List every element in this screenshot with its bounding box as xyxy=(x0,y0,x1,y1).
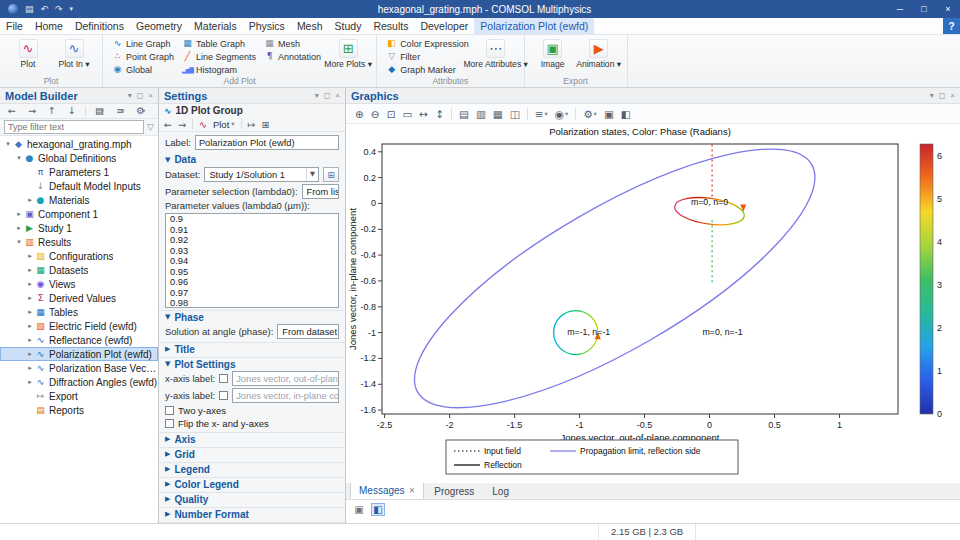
model-tools-icon[interactable]: ⚙▾ xyxy=(133,102,148,120)
solution-angle-select[interactable]: From dataset (0°)▼ xyxy=(277,324,339,339)
section-axis[interactable]: ▶Axis xyxy=(159,432,345,445)
expand-icon[interactable]: ▸ xyxy=(25,294,35,302)
expand-icon[interactable]: ▸ xyxy=(14,224,24,232)
section-title[interactable]: ▶ Title xyxy=(159,342,345,355)
ribbon-histogram-button[interactable]: ▂▅▇Histogram xyxy=(178,63,260,76)
tree-item-views[interactable]: ▸◉Views xyxy=(0,277,158,291)
color-menu-icon[interactable]: ◉▾ xyxy=(552,105,571,123)
tree-item-datasets[interactable]: ▸▦Datasets xyxy=(0,263,158,277)
tab-messages[interactable]: Messages× xyxy=(350,483,424,499)
maximize-button[interactable]: □ xyxy=(912,0,936,18)
menu-file[interactable]: File xyxy=(0,18,29,34)
collapse-icon[interactable]: ▾ xyxy=(3,140,13,148)
expand-icon[interactable]: ▸ xyxy=(25,280,35,288)
zoom-box-icon[interactable]: ▭ xyxy=(399,105,415,123)
expand-icon[interactable]: ▸ xyxy=(25,308,35,316)
tree-item-hexagonal-grating-mph[interactable]: ▾◆hexagonal_grating.mph xyxy=(0,137,158,151)
pan-horizontal-icon[interactable]: ↔ xyxy=(416,105,431,123)
ribbon-mesh-button[interactable]: ▦Mesh xyxy=(260,37,325,50)
ribbon-point-graph-button[interactable]: ∴Point Graph xyxy=(108,50,178,63)
parameter-value-item[interactable]: 0.92 xyxy=(166,235,338,246)
menu-physics[interactable]: Physics xyxy=(243,18,291,34)
tree-item-export[interactable]: ↦Export xyxy=(0,389,158,403)
plot-area[interactable] xyxy=(382,144,898,414)
menu-results[interactable]: Results xyxy=(367,18,414,34)
ribbon-tab-polarization-plot-ewfd[interactable]: Polarization Plot (ewfd) xyxy=(474,18,594,34)
new-window-icon[interactable]: ⊞ xyxy=(262,119,270,130)
close-tab-icon[interactable]: × xyxy=(409,483,416,498)
minimize-button[interactable]: ─ xyxy=(888,0,912,18)
expand-icon[interactable]: ▸ xyxy=(25,196,35,204)
tree-item-component-1[interactable]: ▸▣Component 1 xyxy=(0,207,158,221)
ribbon-plot-in-button[interactable]: ∿Plot In ▾ xyxy=(51,37,97,71)
expand-icon[interactable]: ▸ xyxy=(25,252,35,260)
edit-dataset-button[interactable]: ⊞ xyxy=(323,167,339,182)
redo-icon[interactable]: ↷ xyxy=(55,4,63,14)
axes-icon[interactable]: ▤ xyxy=(456,105,472,123)
ribbon-color-expression-button[interactable]: ◧Color Expression xyxy=(382,37,473,50)
clear-messages-icon[interactable]: ▣ xyxy=(352,503,366,516)
tree-item-results[interactable]: ▾▥Results xyxy=(0,235,158,249)
parameter-value-item[interactable]: 0.95 xyxy=(166,267,338,278)
menu-geometry[interactable]: Geometry xyxy=(130,18,188,34)
legend-toggle-icon[interactable]: ▥ xyxy=(473,105,489,123)
label-input[interactable]: Polarization Plot (ewfd) xyxy=(195,135,339,150)
plot-in-window-icon[interactable]: ↦ xyxy=(248,119,256,130)
ribbon-line-segments-button[interactable]: ╱Line Segments xyxy=(178,50,260,63)
tree-item-polarization-base-vectors[interactable]: ▸∿Polarization Base Vectors xyxy=(0,361,158,375)
expand-icon[interactable]: ▸ xyxy=(25,266,35,274)
tree-item-configurations[interactable]: ▸▨Configurations xyxy=(0,249,158,263)
ribbon-table-graph-button[interactable]: ▦Table Graph xyxy=(178,37,260,50)
parameter-value-item[interactable]: 0.93 xyxy=(166,246,338,257)
collapse-icon[interactable]: ▾ xyxy=(14,154,24,162)
tree-item-study-1[interactable]: ▸▶Study 1 xyxy=(0,221,158,235)
tab-progress[interactable]: Progress xyxy=(426,484,482,499)
expand-icon[interactable]: ▸ xyxy=(14,210,24,218)
tree-item-global-definitions[interactable]: ▾●Global Definitions xyxy=(0,151,158,165)
ribbon-global-button[interactable]: ◉Global xyxy=(108,63,178,76)
grid-icon[interactable]: ▦ xyxy=(490,105,506,123)
forward-icon[interactable]: → xyxy=(25,102,39,120)
parameter-values-list[interactable]: 0.90.910.920.930.940.950.960.970.98 xyxy=(165,213,339,308)
plot-button-arrow-icon[interactable]: ▾ xyxy=(231,120,234,128)
polarization-plot[interactable]: Polarization states, Color: Phase (Radia… xyxy=(346,124,952,482)
zoom-in-icon[interactable]: ⊕ xyxy=(352,105,367,123)
undo-icon[interactable]: ↶ xyxy=(41,4,49,14)
tree-item-default-model-inputs[interactable]: ↓Default Model Inputs xyxy=(0,179,158,193)
tree-filter-input[interactable] xyxy=(4,120,144,134)
expand-icon[interactable]: ▸ xyxy=(25,350,35,358)
section-grid[interactable]: ▶Grid xyxy=(159,447,345,460)
quick-access-menu-icon[interactable]: ▾ xyxy=(70,5,74,13)
tree-item-parameters-1[interactable]: πParameters 1 xyxy=(0,165,158,179)
move-up-icon[interactable]: ↑ xyxy=(45,102,59,120)
move-down-icon[interactable]: ↓ xyxy=(65,102,79,120)
section-plot-settings[interactable]: ▼ Plot Settings xyxy=(159,357,345,370)
menu-study[interactable]: Study xyxy=(329,18,368,34)
zoom-extents-icon[interactable]: ⊡ xyxy=(384,105,399,123)
menu-definitions[interactable]: Definitions xyxy=(69,18,130,34)
tab-log[interactable]: Log xyxy=(484,484,517,499)
flip-axes-checkbox[interactable] xyxy=(165,419,174,428)
close-button[interactable]: × xyxy=(936,0,960,18)
filter-funnel-icon[interactable]: ▽ xyxy=(147,122,154,132)
section-number-format[interactable]: ▶Number Format xyxy=(159,507,345,520)
section-data[interactable]: ▼ Data xyxy=(159,153,345,166)
back-icon[interactable]: ← xyxy=(5,102,19,120)
expand-icon[interactable]: ▸ xyxy=(25,364,35,372)
open-file-icon[interactable]: ▤ xyxy=(25,4,34,14)
panel-close-icon[interactable]: × xyxy=(335,91,340,100)
forward-icon[interactable]: → xyxy=(178,119,186,130)
plot-button[interactable]: Plot xyxy=(213,119,229,130)
print-icon[interactable]: ◧ xyxy=(618,105,634,123)
tree-item-polarization-plot-ewfd[interactable]: ▸∿Polarization Plot (ewfd) xyxy=(0,347,158,361)
tree-item-reports[interactable]: ▤Reports xyxy=(0,403,158,417)
parameter-value-item[interactable]: 0.96 xyxy=(166,277,338,288)
tree-item-derived-values[interactable]: ▸ΣDerived Values xyxy=(0,291,158,305)
expand-icon[interactable]: ▸ xyxy=(25,322,35,330)
menu-developer[interactable]: Developer xyxy=(414,18,474,34)
parameter-selection-select[interactable]: From list▼ xyxy=(302,184,339,199)
panel-float-icon[interactable]: ◻ xyxy=(137,91,144,100)
tree-item-electric-field-ewfd[interactable]: ▸▧Electric Field (ewfd) xyxy=(0,319,158,333)
ribbon-more-plots-button[interactable]: ⊞More Plots ▾ xyxy=(325,37,371,71)
pan-vertical-icon[interactable]: ↕ xyxy=(432,105,447,123)
